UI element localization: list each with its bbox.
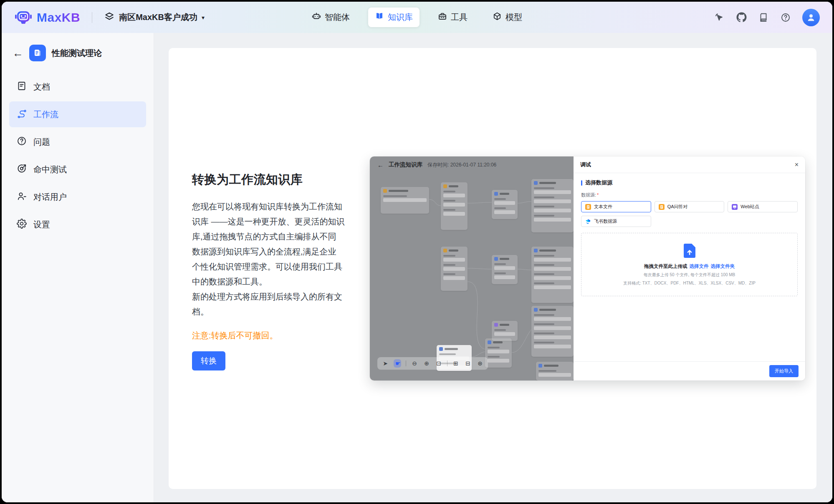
sidebar-item-label: 设置 <box>33 219 50 230</box>
upload-instruction: 拖拽文件至此上传或选择文件选择文件夹 <box>644 263 735 270</box>
page-title: 转换为工作流知识库 <box>192 171 354 188</box>
workflow-node <box>536 362 574 381</box>
user-icon <box>17 191 27 203</box>
feishu-icon <box>585 219 591 224</box>
sidebar-item-questions[interactable]: 问题 <box>9 129 146 155</box>
navbar-divider <box>92 12 92 23</box>
upload-dropzone: 拖拽文件至此上传或选择文件选择文件夹 每次最多上传 50 个文件, 每个文件不超… <box>581 233 798 296</box>
sidebar-item-label: 工作流 <box>33 109 58 120</box>
section-header: 选择数据源 <box>581 179 798 186</box>
section-title: 选择数据源 <box>585 179 612 186</box>
workspace-switcher[interactable]: 南区MaxKB客户成功 ▾ <box>104 11 205 24</box>
nav-item-models[interactable]: 模型 <box>486 8 529 27</box>
irreversible-warning: 注意:转换后不可撤回。 <box>192 330 354 341</box>
sidebar-item-label: 问题 <box>33 136 50 148</box>
docs-book-icon[interactable] <box>758 12 769 23</box>
workflow-node <box>441 247 468 291</box>
workflow-node <box>492 190 518 219</box>
sidebar-item-hit-test[interactable]: 命中测试 <box>9 156 146 182</box>
workflow-node <box>485 338 512 368</box>
text-file-icon <box>585 204 591 210</box>
workflow-node <box>492 255 518 284</box>
workflow-editor-title: 工作流知识库 <box>389 161 422 169</box>
close-icon: × <box>795 161 799 168</box>
vertical-layout-icon: ⊞ <box>452 360 460 366</box>
nav-item-agents[interactable]: 智能体 <box>305 8 356 27</box>
convert-button[interactable]: 转换 <box>192 351 225 370</box>
back-arrow-icon: ← <box>377 161 384 169</box>
knowledge-base-icon <box>29 45 46 61</box>
beautify-icon: ⊛ <box>476 360 484 366</box>
document-icon <box>17 81 27 93</box>
question-circle-icon <box>17 136 27 148</box>
modal-header: 调试 × <box>574 156 805 173</box>
sidebar-item-workflow[interactable]: 工作流 <box>9 101 146 127</box>
workflow-icon <box>17 108 27 121</box>
canvas-toolbar: ➤ ☛ ⊖ ⊕ ⊡ ⊞ ⊟ ⊛ <box>377 357 488 370</box>
help-icon[interactable] <box>780 12 791 23</box>
upload-limit-text: 每次最多上传 50 个文件, 每个文件不超过 100 MB <box>644 272 735 278</box>
hand-icon: ☛ <box>394 359 401 368</box>
workflow-node <box>441 182 468 230</box>
zoom-out-icon: ⊖ <box>411 360 418 366</box>
window-frame: MaxKB 南区MaxKB客户成功 ▾ <box>0 0 834 504</box>
cursor-icon: ➤ <box>382 360 389 366</box>
datasource-field-label: 数据源:* <box>581 192 798 198</box>
nav-item-label: 智能体 <box>325 12 350 23</box>
knowledge-base-title: 性能测试理论 <box>52 48 102 59</box>
modal-footer: 开始导入 <box>574 361 805 381</box>
source-card-0: 文本文件 <box>581 201 651 212</box>
workflow-node <box>531 179 574 232</box>
nav-item-label: 知识库 <box>388 12 413 23</box>
sidebar-item-label: 命中测试 <box>33 164 67 175</box>
saved-time: 保存时间: 2026-01-07 11:20:06 <box>427 161 496 169</box>
chevron-down-icon: ▾ <box>202 14 205 21</box>
start-import-button: 开始导入 <box>769 365 799 377</box>
sidebar-item-label: 文档 <box>33 81 50 93</box>
nav-item-label: 工具 <box>451 12 468 23</box>
logo-text: MaxKB <box>37 10 80 25</box>
gear-icon <box>17 219 27 231</box>
source-card-2: Web站点 <box>728 201 798 212</box>
workflow-canvas: ← 工作流知识库 保存时间: 2026-01-07 11:20:06 ➤ ☛ <box>370 156 574 381</box>
convert-text-column: 转换为工作流知识库 您现在可以将现有知识库转换为工作流知 识库 ——这是一种更开… <box>192 171 354 370</box>
fit-view-icon: ⊡ <box>435 360 442 366</box>
main-nav: 智能体 知识库 工具 <box>305 8 529 27</box>
pointer-tool-icon[interactable] <box>714 12 725 23</box>
target-hit-icon <box>17 164 27 176</box>
sidebar: ← 性能测试理论 文档 <box>2 33 154 502</box>
sidebar-item-documents[interactable]: 文档 <box>9 74 146 100</box>
cube-icon <box>493 12 502 23</box>
knowledge-base-header: ← 性能测试理论 <box>2 45 154 61</box>
workflow-canvas-nodes <box>370 156 574 381</box>
main-area: 转换为工作流知识库 您现在可以将现有知识库转换为工作流知 识库 ——这是一种更开… <box>154 33 832 502</box>
maxkb-logo: MaxKB <box>14 8 80 28</box>
convert-description: 您现在可以将现有知识库转换为工作流知 识库 ——这是一种更开放、更灵活的知识 库… <box>192 199 354 319</box>
horizontal-layout-icon: ⊟ <box>464 360 472 366</box>
github-icon[interactable] <box>736 12 747 23</box>
robot-logo-icon <box>14 8 33 28</box>
workflow-preview-illustration: ← 工作流知识库 保存时间: 2026-01-07 11:20:06 ➤ ☛ <box>370 156 805 381</box>
navbar-right-tools <box>714 9 820 26</box>
toolbar-divider <box>447 360 447 366</box>
web-site-icon <box>732 204 738 210</box>
nav-item-knowledge[interactable]: 知识库 <box>368 8 420 27</box>
modal-body: 选择数据源 数据源:* 文本文件 <box>574 173 805 296</box>
toolbar-divider <box>406 360 406 366</box>
top-navbar: MaxKB 南区MaxKB客户成功 ▾ <box>2 2 832 33</box>
sidebar-item-settings[interactable]: 设置 <box>9 212 146 237</box>
avatar[interactable] <box>802 9 820 26</box>
datasource-options: 文本文件 QA问答对 Web站点 <box>581 201 798 227</box>
upload-format-text: 支持格式: TXT、DOCX、PDF、HTML、XLS、XLSX、CSV、MD、… <box>623 280 756 286</box>
upload-file-icon <box>683 243 696 258</box>
maxkb-app: MaxKB 南区MaxKB客户成功 ▾ <box>2 2 832 502</box>
sidebar-item-chat-users[interactable]: 对话用户 <box>9 184 146 210</box>
robot-icon <box>312 12 321 23</box>
back-arrow-icon[interactable]: ← <box>13 48 23 58</box>
nav-item-tools[interactable]: 工具 <box>431 8 474 27</box>
select-folder-link: 选择文件夹 <box>711 264 735 269</box>
book-icon <box>375 12 384 23</box>
convert-page-card: 转换为工作流知识库 您现在可以将现有知识库转换为工作流知 识库 ——这是一种更开… <box>169 48 816 489</box>
workflow-node <box>492 321 518 341</box>
sidebar-item-label: 对话用户 <box>33 192 67 203</box>
